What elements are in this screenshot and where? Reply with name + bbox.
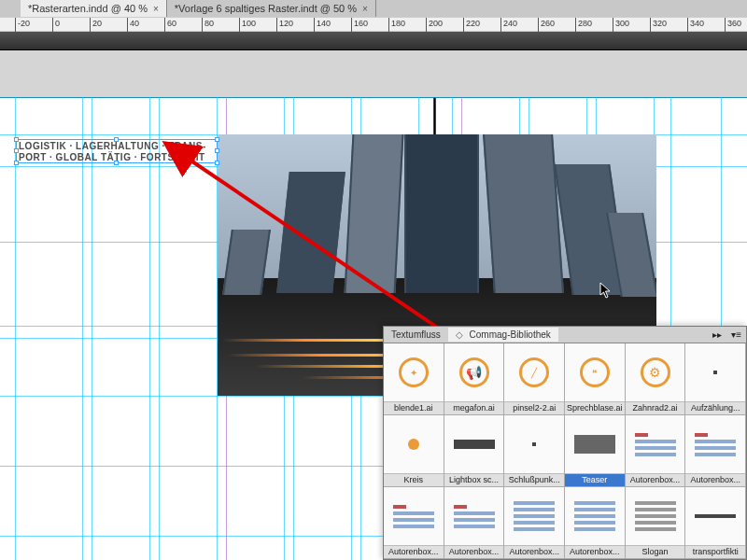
library-item-label: megafon.ai <box>444 401 504 414</box>
library-item[interactable]: Autorenbox... <box>626 415 686 487</box>
library-item-label: Autorenbox... <box>384 545 444 558</box>
panel-tab-bibliothek[interactable]: ◇ Commag-Bibliothek <box>448 328 558 342</box>
library-item-label: Slogan <box>626 545 685 558</box>
library-item[interactable]: ╱pinsel2-2.ai <box>504 343 565 415</box>
library-item[interactable]: ❝Sprechblase.ai <box>565 343 626 415</box>
document-tab-2[interactable]: *Vorlage 6 spaltiges Raster.indt @ 50 % … <box>167 0 376 17</box>
document-tab-label: *Vorlage 6 spaltiges Raster.indt @ 50 % <box>175 3 357 14</box>
document-tab-label: *Rasterarten.indd @ 40 % <box>28 3 148 14</box>
library-panel[interactable]: Textumfluss ◇ Commag-Bibliothek ▸▸ ▾≡ ✦b… <box>383 326 747 560</box>
library-item-label: pinsel2-2.ai <box>504 401 564 414</box>
library-item-label: Autorenbox... <box>685 473 745 486</box>
library-item[interactable]: Slogan <box>626 487 686 559</box>
mouse-cursor-icon <box>599 282 613 299</box>
text-frame-line2: PORT · GLOBAL TÄTIG · FORTSCHRIT <box>19 152 205 162</box>
library-item-label: transportfikti <box>685 545 745 558</box>
library-item[interactable]: ✦blende1.ai <box>384 343 444 415</box>
library-item-label: blende1.ai <box>384 401 444 414</box>
library-item[interactable]: Autorenbox... <box>504 487 565 559</box>
library-item-label: Autorenbox... <box>626 473 685 486</box>
library-item[interactable]: Kreis <box>384 415 444 487</box>
library-item-label: Sprechblase.ai <box>565 401 625 414</box>
library-item-label: Zahnrad2.ai <box>626 401 685 414</box>
library-item-label: Autorenbox... <box>504 545 564 558</box>
library-item[interactable]: Autorenbox... <box>384 487 444 559</box>
close-icon[interactable]: × <box>362 4 368 14</box>
library-item-label: Schlußpunk... <box>504 473 564 486</box>
library-item[interactable]: Autorenbox... <box>685 415 746 487</box>
library-item-label: Teaser <box>565 473 625 486</box>
library-item[interactable]: Autorenbox... <box>565 487 626 559</box>
canvas-area[interactable]: LOGISTIK · LAGERHALTUNG · TRANS- PORT · … <box>0 50 747 560</box>
library-item[interactable]: Lightbox sc... <box>444 415 505 487</box>
document-tabs: *Rasterarten.indd @ 40 % × *Vorlage 6 sp… <box>0 0 747 17</box>
library-item[interactable]: 📢megafon.ai <box>444 343 505 415</box>
library-item[interactable]: transportfikti <box>685 487 746 559</box>
library-grid: ✦blende1.ai📢megafon.ai╱pinsel2-2.ai❝Spre… <box>384 343 746 559</box>
panel-tab-indicator-icon: ◇ <box>456 329 463 340</box>
library-item[interactable]: Autorenbox... <box>444 487 505 559</box>
text-frame-selected[interactable]: LOGISTIK · LAGERHALTUNG · TRANS- PORT · … <box>16 139 218 163</box>
library-item[interactable]: Aufzählung... <box>685 343 746 415</box>
library-item-label: Autorenbox... <box>444 545 504 558</box>
library-item-label: Lightbox sc... <box>444 473 504 486</box>
document-tab-1[interactable]: *Rasterarten.indd @ 40 % × <box>21 0 167 17</box>
panel-menu-icon[interactable]: ▾≡ <box>726 328 746 342</box>
library-item-label: Autorenbox... <box>565 545 625 558</box>
close-icon[interactable]: × <box>153 4 159 14</box>
panel-tab-label: Textumfluss <box>391 329 441 340</box>
library-item-label: Kreis <box>384 473 444 486</box>
panel-tab-bar: Textumfluss ◇ Commag-Bibliothek ▸▸ ▾≡ <box>384 327 746 343</box>
library-item-label: Aufzählung... <box>685 401 745 414</box>
library-item[interactable]: Schlußpunk... <box>504 415 565 487</box>
top-dark-bar <box>0 32 747 50</box>
horizontal-ruler[interactable]: -200204060801001201401601802002202402602… <box>0 17 747 32</box>
panel-tab-textumfluss[interactable]: Textumfluss <box>384 328 448 342</box>
library-item[interactable]: Teaser <box>565 415 626 487</box>
text-frame-line1: LOGISTIK · LAGERHALTUNG · TRANS- <box>19 141 206 151</box>
panel-collapse-icon[interactable]: ▸▸ <box>708 328 726 342</box>
library-item[interactable]: ⚙Zahnrad2.ai <box>626 343 686 415</box>
panel-tab-label: Commag-Bibliothek <box>470 329 551 340</box>
